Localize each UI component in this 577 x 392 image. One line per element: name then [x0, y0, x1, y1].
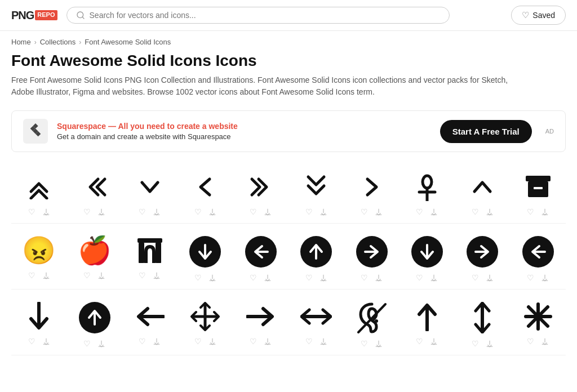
download-button[interactable] — [429, 207, 439, 217]
download-button[interactable] — [41, 270, 51, 280]
download-button[interactable] — [263, 273, 273, 283]
download-button[interactable] — [540, 207, 550, 217]
like-button[interactable]: ♡ — [82, 270, 92, 281]
breadcrumb-collections[interactable]: Collections — [40, 38, 76, 46]
download-button[interactable] — [429, 273, 439, 283]
download-button[interactable] — [540, 336, 550, 346]
angry-face-icon: 😠 — [22, 236, 56, 265]
icon-actions: ♡ — [359, 272, 384, 283]
download-button[interactable] — [152, 270, 162, 280]
like-button[interactable]: ♡ — [471, 206, 480, 217]
download-button[interactable] — [207, 273, 218, 283]
search-bar[interactable] — [66, 7, 450, 24]
download-button[interactable] — [207, 336, 218, 346]
list-item: ♡ — [288, 228, 344, 287]
asterisk-icon — [523, 302, 553, 331]
like-button[interactable]: ♡ — [526, 206, 535, 217]
arrow-up-icon — [415, 302, 440, 331]
icon-row-3: ♡ ♡ ♡ — [11, 294, 566, 353]
download-button[interactable] — [429, 336, 439, 346]
breadcrumb-current: Font Awesome Solid Icons — [85, 38, 171, 46]
ad-title: Squarespace — All you need to create a w… — [57, 122, 431, 131]
list-item: ♡ — [177, 164, 233, 221]
like-button[interactable]: ♡ — [415, 336, 424, 347]
search-input[interactable] — [90, 11, 440, 20]
like-button[interactable]: ♡ — [359, 272, 369, 283]
list-item: ♡ — [11, 164, 66, 221]
download-button[interactable] — [96, 338, 106, 349]
download-button[interactable] — [41, 336, 51, 346]
download-button[interactable] — [152, 207, 162, 217]
apple-icon: 🍎 — [78, 236, 112, 265]
svg-rect-8 — [137, 238, 162, 243]
like-button[interactable]: ♡ — [27, 336, 37, 347]
ad-subtitle: Get a domain and create a website with S… — [57, 132, 431, 141]
list-item: ♡ — [66, 164, 122, 221]
like-button[interactable]: ♡ — [27, 206, 37, 217]
like-button[interactable]: ♡ — [193, 336, 203, 347]
like-button[interactable]: ♡ — [359, 206, 369, 217]
like-button[interactable]: ♡ — [193, 206, 203, 217]
like-button[interactable]: ♡ — [27, 270, 37, 281]
icon-actions: ♡ — [304, 336, 329, 347]
icon-actions: ♡ — [82, 206, 106, 217]
saved-button[interactable]: ♡ Saved — [511, 6, 566, 25]
like-button[interactable]: ♡ — [415, 272, 424, 283]
download-button[interactable] — [485, 273, 495, 283]
download-button[interactable] — [263, 336, 273, 346]
download-button[interactable] — [318, 273, 329, 283]
download-button[interactable] — [207, 207, 218, 217]
like-button[interactable]: ♡ — [248, 272, 258, 283]
list-item: ♡ — [233, 228, 288, 287]
header: PNGREPO ♡ Saved — [0, 0, 577, 31]
icon-actions: ♡ — [27, 206, 51, 217]
download-button[interactable] — [96, 270, 106, 280]
download-button[interactable] — [374, 273, 384, 283]
download-button[interactable] — [41, 207, 51, 217]
ad-cta-button[interactable]: Start A Free Trial — [440, 120, 532, 143]
like-button[interactable]: ♡ — [304, 336, 314, 347]
like-button[interactable]: ♡ — [193, 272, 203, 283]
like-button[interactable]: ♡ — [304, 206, 314, 217]
saved-label: Saved — [532, 11, 555, 20]
breadcrumb-home[interactable]: Home — [11, 38, 31, 46]
icon-actions: ♡ — [248, 206, 273, 217]
like-button[interactable]: ♡ — [304, 272, 314, 283]
breadcrumb: Home › Collections › Font Awesome Solid … — [0, 31, 577, 48]
icon-actions: ♡ — [526, 272, 550, 283]
like-button[interactable]: ♡ — [526, 336, 535, 347]
circle-arrow-right-icon — [356, 236, 388, 268]
like-button[interactable]: ♡ — [471, 338, 480, 349]
download-button[interactable] — [540, 273, 550, 283]
like-button[interactable]: ♡ — [137, 270, 147, 281]
download-button[interactable] — [318, 336, 329, 346]
logo[interactable]: PNGREPO — [11, 9, 57, 22]
like-button[interactable]: ♡ — [359, 338, 369, 349]
search-icon — [76, 11, 85, 20]
like-button[interactable]: ♡ — [137, 336, 147, 347]
like-button[interactable]: ♡ — [415, 206, 424, 217]
download-button[interactable] — [263, 207, 273, 217]
download-button[interactable] — [374, 338, 384, 349]
gate-arch-icon — [136, 236, 163, 265]
icon-actions: ♡ — [27, 270, 51, 281]
list-item: ♡ — [511, 228, 566, 287]
download-button[interactable] — [485, 207, 495, 217]
like-button[interactable]: ♡ — [82, 206, 92, 217]
like-button[interactable]: ♡ — [471, 272, 480, 283]
like-button[interactable]: ♡ — [137, 206, 147, 217]
like-button[interactable]: ♡ — [82, 338, 92, 349]
like-button[interactable]: ♡ — [526, 272, 535, 283]
row-divider-2 — [11, 289, 566, 289]
like-button[interactable]: ♡ — [248, 336, 258, 347]
download-button[interactable] — [318, 207, 329, 217]
logo-repo: REPO — [35, 10, 57, 20]
download-button[interactable] — [96, 207, 106, 217]
circle-arrow-down-2-icon — [411, 236, 443, 268]
like-button[interactable]: ♡ — [248, 206, 258, 217]
download-button[interactable] — [485, 338, 495, 349]
arrow-down-icon — [26, 302, 51, 331]
icon-actions: ♡ — [137, 206, 162, 217]
download-button[interactable] — [152, 336, 162, 346]
download-button[interactable] — [374, 207, 384, 217]
